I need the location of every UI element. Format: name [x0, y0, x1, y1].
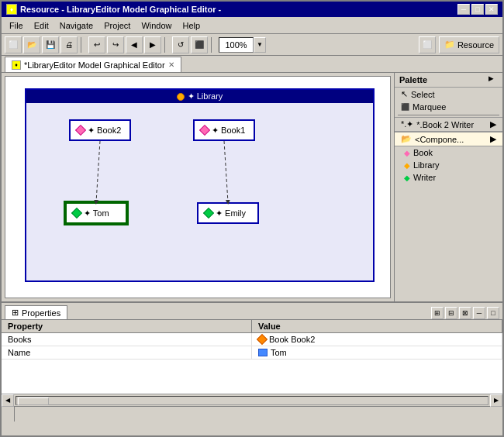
emily-label: ✦ Emily — [216, 208, 246, 218]
palette-group-book2writer[interactable]: *.✦ *.Book 2 Writer ▶ — [395, 117, 502, 132]
palette-library-item[interactable]: ◆ Library — [395, 159, 502, 171]
props-name-property: Name — [2, 346, 252, 359]
menu-bar: File Edit Navigate Project Window Help — [2, 17, 502, 34]
resource-button[interactable]: 📁 Resource — [439, 36, 499, 53]
save-button[interactable]: 💾 — [42, 36, 59, 53]
forward-button[interactable]: ▶ — [144, 36, 161, 53]
resource-icon: 📁 — [444, 40, 455, 50]
zoom-control[interactable]: ▼ — [219, 37, 266, 53]
library-node[interactable]: ✦ Library ✦ Book2 ✦ Book1 ✦ Tom — [25, 88, 375, 282]
tab-close-button[interactable]: ✕ — [168, 60, 174, 69]
zoom-input[interactable] — [219, 37, 254, 53]
palette-group-scroll[interactable]: ▶ — [490, 119, 496, 129]
props-header-property: Property — [2, 320, 252, 332]
refresh-button[interactable]: ↺ — [172, 36, 189, 53]
palette-sep-1 — [398, 115, 499, 115]
properties-table: Property Value Books Book Book2 Name Tom — [2, 320, 502, 394]
book2writer-expand-icon: *.✦ — [401, 119, 413, 129]
menu-window[interactable]: Window — [136, 19, 176, 32]
emily-node[interactable]: ✦ Emily — [197, 202, 259, 224]
bottom-panel: ⊞ Properties ⊞ ⊟ ⊠ ─ □ Property Value Bo… — [2, 301, 502, 406]
bottom-tab-controls: ⊞ ⊟ ⊠ ─ □ — [431, 307, 499, 319]
book1-label: ✦ Book1 — [212, 126, 245, 136]
bottom-view-btn-1[interactable]: ⊞ — [431, 307, 444, 319]
component-folder-icon: 📂 — [401, 134, 412, 144]
props-books-value: Book Book2 — [252, 333, 502, 346]
tom-label: ✦ Tom — [84, 208, 109, 218]
window-title: Resource - LibraryEditor Model Graphical… — [20, 5, 221, 14]
palette-title: Palette — [399, 75, 427, 84]
palette-marquee-item[interactable]: ⬛ Marquee — [395, 101, 502, 113]
maximize-button[interactable]: □ — [471, 4, 484, 15]
window-controls: ─ □ ✕ — [457, 4, 498, 15]
properties-tab[interactable]: ⊞ Properties — [5, 305, 67, 319]
menu-help[interactable]: Help — [178, 19, 205, 32]
emily-icon — [203, 208, 214, 218]
properties-tab-icon: ⊞ — [12, 308, 19, 318]
book2-node[interactable]: ✦ Book2 — [69, 119, 131, 141]
hscroll-left-button[interactable]: ◀ — [2, 394, 14, 407]
palette-select-item[interactable]: ↖ Select — [395, 88, 502, 101]
palette-writer-item[interactable]: ◆ Writer — [395, 171, 502, 184]
minimize-button[interactable]: ─ — [457, 4, 470, 15]
tom-node[interactable]: ✦ Tom — [65, 202, 127, 224]
tom-icon — [71, 208, 82, 218]
book-diamond-icon: ◆ — [404, 149, 410, 157]
menu-edit[interactable]: Edit — [29, 19, 54, 32]
hscroll-track[interactable] — [16, 396, 488, 405]
book2-icon — [75, 125, 86, 136]
books-value-icon — [257, 334, 268, 345]
redo-button[interactable]: ↪ — [107, 36, 124, 53]
palette-book-item[interactable]: ◆ Book — [395, 146, 502, 159]
bottom-tabs-bar: ⊞ Properties ⊞ ⊟ ⊠ ─ □ — [2, 303, 502, 320]
zoom-dropdown-button[interactable]: ▼ — [254, 37, 266, 53]
canvas[interactable]: ✦ Library ✦ Book2 ✦ Book1 ✦ Tom — [5, 76, 391, 298]
app-icon: ♦ — [6, 4, 17, 15]
book2-label: ✦ Book2 — [88, 126, 121, 136]
canvas-area: ✦ Library ✦ Book2 ✦ Book1 ✦ Tom — [2, 73, 394, 301]
component-scroll[interactable]: ▶ — [490, 134, 496, 144]
book1-icon — [199, 125, 210, 136]
bottom-maximize-btn[interactable]: □ — [487, 307, 499, 319]
back-button[interactable]: ◀ — [126, 36, 143, 53]
editor-tab-main[interactable]: ♦ *LibraryEditor Model Graphical Editor … — [5, 57, 181, 72]
view-toggle-button[interactable]: ⬜ — [419, 36, 436, 53]
menu-navigate[interactable]: Navigate — [55, 19, 98, 32]
toolbar-sep-3 — [211, 37, 216, 53]
bottom-minimize-btn[interactable]: ─ — [473, 307, 485, 319]
bottom-view-btn-2[interactable]: ⊟ — [445, 307, 457, 319]
svg-line-1 — [224, 141, 228, 202]
resource-label: Resource — [457, 40, 494, 50]
library-header: ✦ Library — [26, 90, 373, 103]
palette-library-label: Library — [413, 160, 440, 170]
new-button[interactable]: ⬜ — [5, 36, 22, 53]
marquee-icon: ⬛ — [401, 103, 409, 111]
library-diamond-icon: ◆ — [404, 161, 410, 170]
toolbar-right: ⬜ 📁 Resource — [419, 36, 499, 53]
props-books-property: Books — [2, 333, 252, 346]
bottom-view-btn-3[interactable]: ⊠ — [459, 307, 471, 319]
horizontal-scrollbar[interactable]: ◀ ▶ — [2, 394, 502, 406]
toolbar: ⬜ 📂 💾 🖨 ↩ ↪ ◀ ▶ ↺ ⬛ ▼ ⬜ 📁 Resource — [2, 34, 502, 56]
book1-node[interactable]: ✦ Book1 — [193, 119, 255, 141]
palette-select-label: Select — [411, 90, 435, 99]
menu-file[interactable]: File — [5, 19, 28, 32]
status-panel-main — [5, 407, 15, 422]
books-property-label: Books — [8, 335, 32, 344]
open-button[interactable]: 📂 — [23, 36, 40, 53]
canvas-connections — [26, 90, 373, 280]
print-button[interactable]: 🖨 — [60, 36, 78, 53]
stop-button[interactable]: ⬛ — [191, 36, 208, 53]
books-value-label: Book Book2 — [269, 335, 315, 344]
hscroll-thumb[interactable] — [18, 397, 49, 405]
name-value-icon — [258, 349, 268, 356]
palette-book-label: Book — [413, 148, 433, 157]
hscroll-right-button[interactable]: ▶ — [490, 394, 502, 407]
palette-marquee-label: Marquee — [413, 102, 446, 112]
palette-group-component[interactable]: 📂 <Compone... ▶ — [395, 132, 502, 146]
palette-scroll-right[interactable]: ▶ — [488, 75, 498, 84]
editor-tabs: ♦ *LibraryEditor Model Graphical Editor … — [2, 56, 502, 73]
undo-button[interactable]: ↩ — [88, 36, 105, 53]
close-button[interactable]: ✕ — [485, 4, 498, 15]
menu-project[interactable]: Project — [99, 19, 135, 32]
